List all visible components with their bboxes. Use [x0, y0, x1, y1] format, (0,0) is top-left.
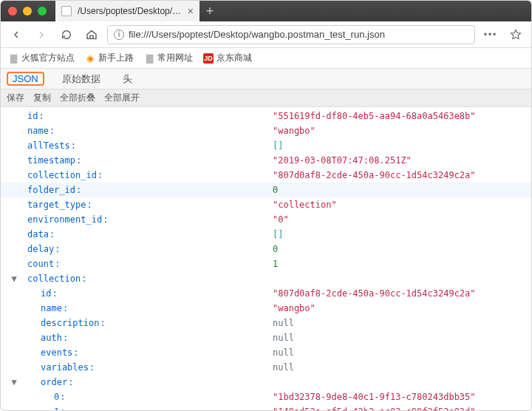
collapse-all-button[interactable]: 全部折叠 [60, 92, 95, 104]
json-toolbar: 保存 复制 全部折叠 全部展开 [1, 89, 531, 107]
browser-tab[interactable]: /Users/poptest/Desktop/wangbo.p × [55, 1, 200, 21]
json-row[interactable]: id:"551619fd-df80-4eb5-aa94-68a0a5463e8b… [1, 109, 531, 123]
json-row[interactable]: description:null [1, 316, 531, 330]
json-row[interactable]: target_type:"collection" [1, 197, 531, 212]
json-colon: : [50, 229, 55, 240]
json-row[interactable]: name:"wangbo" [1, 123, 531, 138]
maximize-window-button[interactable] [38, 7, 47, 16]
json-value: [] [273, 227, 283, 242]
close-tab-icon[interactable]: × [188, 5, 194, 17]
bookmark-label: 常用网址 [157, 52, 193, 64]
json-key: order [41, 377, 67, 387]
json-value: "807d0af8-2cde-450a-90cc-1d54c3249c2a" [273, 168, 476, 183]
copy-button[interactable]: 复制 [33, 92, 51, 104]
back-button[interactable] [7, 25, 26, 44]
dots-icon: ••• [484, 30, 498, 40]
json-colon: : [76, 155, 81, 166]
url-text: file:///Users/poptest/Desktop/wangbo.pos… [129, 29, 385, 40]
close-window-button[interactable] [8, 7, 17, 16]
json-value: 0 [273, 183, 278, 197]
json-row[interactable]: folder_id:0 [1, 183, 531, 197]
navigation-bar: i file:///Users/poptest/Desktop/wangbo.p… [1, 21, 531, 48]
json-value: 0 [273, 242, 278, 257]
expand-all-button[interactable]: 全部展开 [104, 92, 140, 104]
json-row[interactable]: collection_id:"807d0af8-2cde-450a-90cc-1… [1, 168, 531, 183]
json-value: "wangbo" [273, 301, 316, 316]
json-row[interactable]: auth:null [1, 330, 531, 345]
json-value: "wangbo" [273, 123, 316, 138]
star-icon [509, 28, 522, 41]
json-colon: : [50, 126, 55, 136]
json-key: auth [41, 333, 62, 343]
tab-json[interactable]: JSON [7, 72, 44, 86]
json-colon: : [63, 333, 68, 343]
json-value: [] [273, 138, 283, 153]
json-row[interactable]: events:null [1, 345, 531, 360]
json-row[interactable]: timestamp:"2019-03-08T07:47:08.251Z" [1, 153, 531, 168]
json-value: "2019-03-08T07:47:08.251Z" [273, 153, 412, 168]
json-row[interactable]: variables:null [1, 360, 531, 375]
bookmark-common-urls[interactable]: ▇ 常用网址 [144, 52, 193, 64]
json-key: description [41, 318, 99, 328]
json-key: collection_id [27, 170, 97, 180]
home-button[interactable] [82, 25, 101, 44]
json-value: "551619fd-df80-4eb5-aa94-68a0a5463e8b" [273, 109, 476, 123]
bookmark-label: 新手上路 [98, 52, 134, 64]
collapse-toggle-icon[interactable]: ▼ [11, 375, 16, 390]
bookmark-jd-mall[interactable]: JD 京东商城 [203, 52, 252, 64]
json-value: null [273, 316, 294, 330]
tab-headers[interactable]: 头 [118, 71, 137, 87]
json-key: 1 [54, 407, 59, 411]
window-titlebar: /Users/poptest/Desktop/wangbo.p × + [1, 1, 531, 21]
new-tab-button[interactable]: + [200, 1, 220, 21]
json-key: allTests [27, 140, 70, 151]
json-key: delay [27, 244, 54, 254]
site-info-icon[interactable]: i [114, 30, 124, 40]
json-row[interactable]: count:1 [1, 257, 531, 271]
window-controls [1, 7, 47, 16]
forward-icon [35, 29, 47, 41]
json-key: id [41, 288, 51, 299]
bookmark-getting-started[interactable]: ◉ 新手上路 [85, 52, 134, 64]
tab-raw-data[interactable]: 原始数据 [58, 71, 105, 87]
json-colon: : [103, 214, 108, 225]
bookmark-star-button[interactable] [506, 25, 525, 44]
folder-icon: ▇ [8, 53, 18, 64]
json-key: target_type [27, 200, 86, 210]
json-colon: : [52, 288, 57, 299]
json-row[interactable]: environment_id:"0" [1, 212, 531, 227]
json-row[interactable]: allTests:[] [1, 138, 531, 153]
bookmark-firefox-sites[interactable]: ▇ 火狐官方站点 [8, 52, 75, 64]
jd-icon: JD [203, 53, 214, 64]
json-row[interactable]: 0:"1bd32378-9de8-40c1-9f13-c780243dbb35" [1, 390, 531, 404]
json-colon: : [89, 362, 95, 373]
home-icon [86, 29, 98, 41]
json-key: folder_id [27, 185, 75, 195]
json-tree: id:"551619fd-df80-4eb5-aa94-68a0a5463e8b… [1, 107, 531, 411]
row-gutter[interactable]: ▼ [1, 375, 27, 390]
json-key: 0 [54, 392, 59, 402]
page-actions-button[interactable]: ••• [481, 25, 500, 44]
json-value: null [273, 360, 294, 375]
json-row[interactable]: data:[] [1, 227, 531, 242]
firefox-icon: ◉ [85, 53, 95, 64]
json-colon: : [60, 407, 65, 411]
minimize-window-button[interactable] [23, 7, 32, 16]
json-row[interactable]: ▼collection: [1, 271, 531, 286]
save-button[interactable]: 保存 [7, 92, 24, 104]
json-row[interactable]: id:"807d0af8-2cde-450a-90cc-1d54c3249c2a… [1, 286, 531, 301]
json-key: id [27, 111, 38, 121]
json-row[interactable]: ▼order: [1, 375, 531, 390]
collapse-toggle-icon[interactable]: ▼ [11, 271, 16, 286]
row-gutter[interactable]: ▼ [1, 271, 27, 286]
json-row[interactable]: delay:0 [1, 242, 531, 257]
address-bar[interactable]: i file:///Users/poptest/Desktop/wangbo.p… [107, 25, 475, 44]
json-row[interactable]: 1:"149ad52a-ef5d-43b2-ac02-c08f2f52a03d" [1, 404, 531, 411]
json-colon: : [60, 392, 65, 402]
json-key: collection [27, 274, 81, 284]
file-icon [61, 6, 72, 16]
json-row[interactable]: name:"wangbo" [1, 301, 531, 316]
reload-button[interactable] [57, 25, 76, 44]
json-value: null [273, 330, 294, 345]
forward-button[interactable] [32, 25, 51, 44]
